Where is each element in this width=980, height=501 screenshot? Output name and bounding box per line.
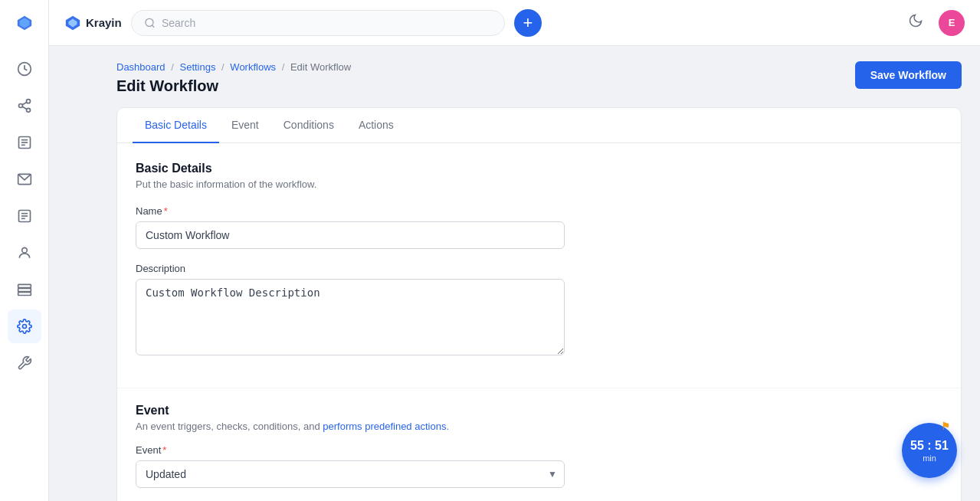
svg-point-5 <box>26 108 30 112</box>
name-field-group: Name* <box>136 205 942 249</box>
sidebar-item-settings[interactable] <box>8 309 41 343</box>
header-left: Dashboard / Settings / Workflows / Edit … <box>116 61 351 95</box>
svg-line-6 <box>22 106 27 109</box>
svg-point-24 <box>146 18 153 26</box>
svg-line-7 <box>22 102 27 104</box>
sidebar-item-notes[interactable] <box>8 126 41 159</box>
event-section: Event An event triggers, checks, conditi… <box>117 388 961 501</box>
name-label: Name* <box>136 205 942 217</box>
event-title: Event <box>136 404 942 418</box>
sidebar <box>0 0 49 501</box>
breadcrumb: Dashboard / Settings / Workflows / Edit … <box>116 61 351 73</box>
sidebar-item-tools[interactable] <box>8 346 41 380</box>
event-select-wrap: Created Updated Deleted ▼ <box>136 460 565 488</box>
svg-rect-19 <box>18 288 31 291</box>
tab-basic-details[interactable]: Basic Details <box>133 108 219 143</box>
breadcrumb-current: Edit Workflow <box>290 61 351 73</box>
description-textarea[interactable]: Custom Workflow Description <box>136 279 565 355</box>
event-select[interactable]: Created Updated Deleted <box>136 460 565 488</box>
basic-details-description: Put the basic information of the workflo… <box>136 178 942 190</box>
main-content: Dashboard / Settings / Workflows / Edit … <box>98 46 980 501</box>
svg-point-3 <box>26 100 30 103</box>
add-button[interactable]: + <box>514 9 542 37</box>
timer-time: 55 : 51 <box>910 438 949 453</box>
sidebar-item-contacts[interactable] <box>8 236 41 270</box>
description-field-group: Description Custom Workflow Description <box>136 263 942 359</box>
user-avatar[interactable]: E <box>939 10 965 36</box>
topbar-logo[interactable]: Krayin <box>64 15 122 31</box>
description-label: Description <box>136 263 942 274</box>
breadcrumb-dashboard[interactable]: Dashboard <box>116 61 166 73</box>
timer-badge[interactable]: ⚑ 55 : 51 min <box>902 423 957 478</box>
sidebar-item-connections[interactable] <box>8 89 41 123</box>
svg-point-17 <box>21 247 27 253</box>
tab-actions[interactable]: Actions <box>346 108 406 143</box>
page-title: Edit Workflow <box>116 77 351 95</box>
svg-point-21 <box>22 325 26 329</box>
app-name: Krayin <box>86 16 122 29</box>
tab-conditions[interactable]: Conditions <box>271 108 346 143</box>
breadcrumb-workflows[interactable]: Workflows <box>230 61 276 73</box>
sidebar-item-storage[interactable] <box>8 273 41 306</box>
event-field-group: Event* Created Updated Deleted ▼ <box>136 444 942 488</box>
tab-event[interactable]: Event <box>219 108 271 143</box>
breadcrumb-settings[interactable]: Settings <box>179 61 215 73</box>
logo[interactable] <box>8 9 41 37</box>
search-bar[interactable] <box>131 10 505 36</box>
sidebar-item-tasks[interactable] <box>8 199 41 233</box>
dark-mode-toggle[interactable] <box>908 13 923 32</box>
save-workflow-button[interactable]: Save Workflow <box>855 61 962 89</box>
basic-details-title: Basic Details <box>136 162 942 175</box>
timer-label: min <box>923 454 936 463</box>
svg-rect-20 <box>18 292 31 295</box>
event-label: Event* <box>136 444 942 456</box>
sidebar-item-activity[interactable] <box>8 52 41 86</box>
topbar: Krayin + E <box>49 0 980 46</box>
event-desc-link[interactable]: performs predefined actions <box>323 421 446 432</box>
search-icon <box>144 17 156 29</box>
search-input[interactable] <box>162 17 492 29</box>
page-header: Dashboard / Settings / Workflows / Edit … <box>116 61 962 95</box>
svg-point-4 <box>18 104 22 108</box>
sidebar-item-mail[interactable] <box>8 162 41 196</box>
basic-details-section: Basic Details Put the basic information … <box>117 143 961 388</box>
event-description: An event triggers, checks, conditions, a… <box>136 421 942 432</box>
workflow-card: Basic Details Event Conditions Actions B… <box>116 107 962 501</box>
timer-flag-icon: ⚑ <box>941 420 951 432</box>
svg-rect-18 <box>18 284 31 287</box>
tabs: Basic Details Event Conditions Actions <box>117 108 961 143</box>
svg-line-25 <box>152 25 154 27</box>
name-input[interactable] <box>136 221 565 249</box>
